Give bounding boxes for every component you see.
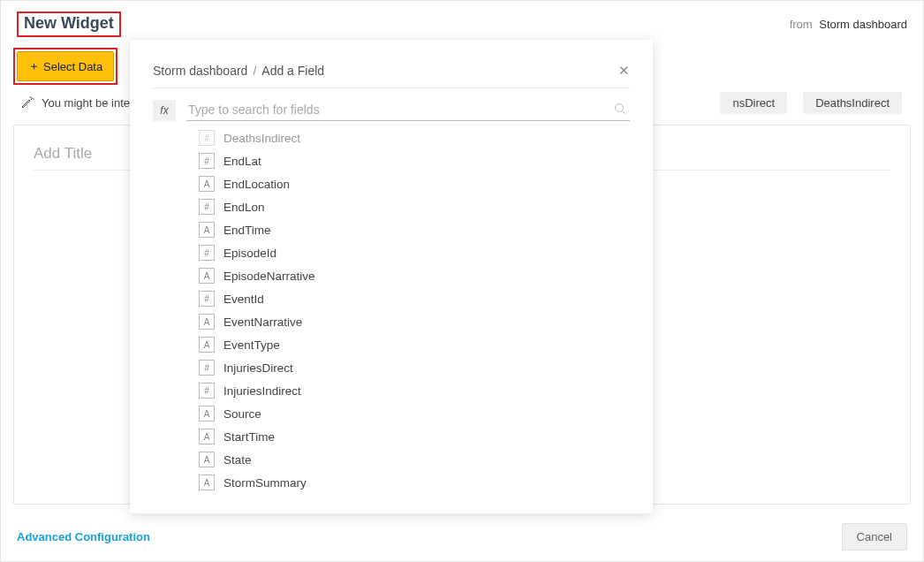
numeric-type-icon: # bbox=[199, 360, 215, 376]
field-name: InjuriesIndirect bbox=[223, 384, 301, 398]
cancel-button[interactable]: Cancel bbox=[842, 523, 907, 551]
add-field-popup: Storm dashboard / Add a Field ✕ fx #Deat… bbox=[130, 40, 653, 513]
field-name: EndTime bbox=[223, 224, 271, 237]
field-list: #DeathsIndirect#EndLatAEndLocation#EndLo… bbox=[199, 126, 630, 494]
footer: Advanced Configuration Cancel bbox=[1, 513, 923, 561]
field-name: Source bbox=[223, 407, 261, 421]
svg-line-1 bbox=[623, 110, 626, 114]
advanced-configuration-link[interactable]: Advanced Configuration bbox=[17, 530, 150, 543]
field-item[interactable]: #EpisodeId bbox=[199, 241, 630, 264]
field-item[interactable]: #InjuriesDirect bbox=[199, 356, 630, 379]
breadcrumb-root[interactable]: Storm dashboard bbox=[153, 64, 247, 78]
field-item[interactable]: #EventId bbox=[199, 287, 630, 310]
search-input[interactable] bbox=[186, 99, 630, 120]
field-item[interactable]: AEventNarrative bbox=[199, 310, 630, 333]
numeric-type-icon: # bbox=[199, 130, 215, 146]
field-item[interactable]: #EndLat bbox=[199, 149, 630, 172]
search-icon bbox=[614, 103, 626, 118]
field-name: EventId bbox=[223, 292, 264, 306]
popup-header: Storm dashboard / Add a Field ✕ bbox=[153, 63, 630, 79]
field-item[interactable]: #EndLon bbox=[199, 195, 630, 218]
chip-nsdirect[interactable]: nsDirect bbox=[720, 92, 787, 114]
suggestion-text: You might be inte bbox=[42, 96, 130, 110]
field-name: EventType bbox=[223, 338, 280, 352]
field-name: EndLocation bbox=[223, 178, 290, 191]
page-title: New Widget bbox=[24, 14, 114, 32]
field-name: StartTime bbox=[223, 430, 275, 444]
breadcrumb-separator: / bbox=[253, 64, 256, 78]
text-type-icon: A bbox=[199, 268, 215, 284]
field-item[interactable]: AStormSummary bbox=[199, 471, 630, 494]
from-label: from bbox=[790, 18, 813, 31]
text-type-icon: A bbox=[199, 452, 215, 467]
text-type-icon: A bbox=[199, 475, 215, 490]
field-name: EpisodeId bbox=[223, 247, 276, 260]
text-type-icon: A bbox=[199, 337, 215, 353]
breadcrumb-leaf: Add a Field bbox=[261, 64, 324, 78]
select-data-button[interactable]: ＋ Select Data bbox=[17, 51, 114, 81]
page-header: New Widget from Storm dashboard bbox=[1, 1, 923, 37]
title-highlight: New Widget bbox=[17, 11, 121, 37]
field-name: EpisodeNarrative bbox=[223, 270, 315, 283]
field-name: State bbox=[223, 453, 252, 467]
numeric-type-icon: # bbox=[199, 291, 215, 307]
numeric-type-icon: # bbox=[199, 383, 215, 399]
text-type-icon: A bbox=[199, 429, 215, 444]
from-label-container: from Storm dashboard bbox=[790, 18, 907, 31]
text-type-icon: A bbox=[199, 222, 215, 238]
search-wrap bbox=[186, 99, 630, 121]
field-name: EventNarrative bbox=[223, 315, 302, 329]
numeric-type-icon: # bbox=[199, 153, 215, 169]
select-data-highlight: ＋ Select Data bbox=[13, 48, 117, 85]
wand-icon bbox=[20, 96, 34, 110]
fx-button[interactable]: fx bbox=[153, 100, 176, 121]
numeric-type-icon: # bbox=[199, 199, 215, 215]
chip-deathsindirect[interactable]: DeathsIndirect bbox=[803, 92, 902, 114]
field-item[interactable]: ASource bbox=[199, 402, 630, 425]
field-name: EndLon bbox=[223, 201, 265, 214]
chip-row: nsDirect DeathsIndirect bbox=[720, 92, 907, 114]
dashboard-name: Storm dashboard bbox=[819, 18, 907, 31]
numeric-type-icon: # bbox=[199, 245, 215, 261]
text-type-icon: A bbox=[199, 406, 215, 422]
field-item[interactable]: AEndLocation bbox=[199, 172, 630, 195]
field-item[interactable]: AEpisodeNarrative bbox=[199, 264, 630, 287]
breadcrumb: Storm dashboard / Add a Field bbox=[153, 64, 324, 78]
field-name: StormSummary bbox=[223, 476, 307, 490]
close-icon[interactable]: ✕ bbox=[618, 63, 630, 79]
select-data-label: Select Data bbox=[43, 60, 102, 73]
text-type-icon: A bbox=[199, 314, 215, 330]
svg-point-0 bbox=[616, 103, 624, 111]
field-item[interactable]: AEndTime bbox=[199, 218, 630, 241]
field-name: EndLat bbox=[223, 155, 261, 168]
text-type-icon: A bbox=[199, 176, 215, 192]
field-item[interactable]: AEventType bbox=[199, 333, 630, 356]
field-item[interactable]: AState bbox=[199, 448, 630, 471]
plus-icon: ＋ bbox=[28, 58, 40, 74]
search-row: fx bbox=[153, 99, 630, 121]
divider bbox=[153, 87, 630, 88]
field-name: DeathsIndirect bbox=[223, 132, 300, 145]
field-item[interactable]: AStartTime bbox=[199, 425, 630, 448]
field-item[interactable]: #DeathsIndirect bbox=[199, 126, 630, 149]
field-name: InjuriesDirect bbox=[223, 361, 293, 375]
field-item[interactable]: #InjuriesIndirect bbox=[199, 379, 630, 402]
